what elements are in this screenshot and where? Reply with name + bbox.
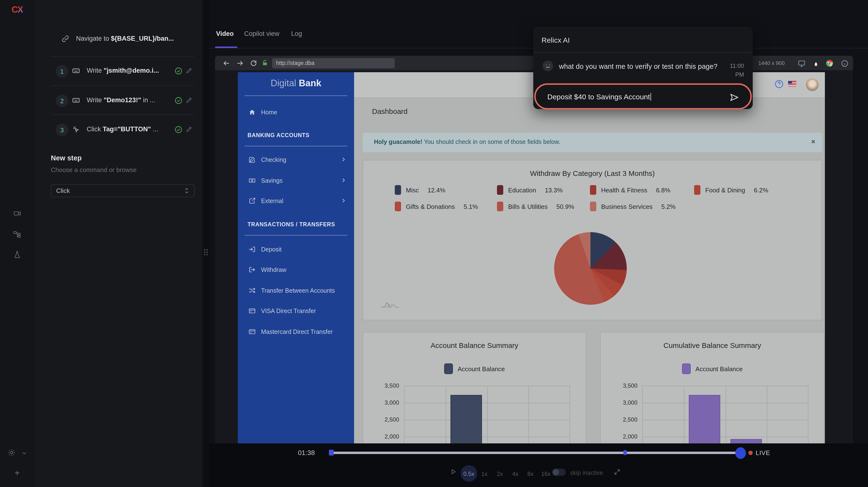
send-icon[interactable] (729, 92, 740, 103)
sidebar-item-external[interactable]: External (238, 194, 354, 208)
edit-pencil-icon[interactable] (186, 67, 193, 74)
back-icon[interactable] (223, 59, 230, 67)
step-number: 1 (56, 65, 68, 78)
left-rail: CX + (0, 0, 35, 487)
legend-swatch (590, 202, 596, 211)
divider (51, 114, 194, 115)
sign-out-icon (248, 266, 256, 273)
chrome-icon (826, 59, 833, 67)
message-timestamp: 11:00PM (730, 62, 744, 79)
sidebar-item-savings[interactable]: Savings (238, 174, 354, 188)
step-label: Write "jsmith@demo.i... (87, 67, 159, 74)
reload-icon[interactable] (250, 59, 257, 67)
bank-page-title: Dashboard (372, 107, 408, 115)
fullscreen-expand-icon[interactable] (614, 468, 620, 475)
track-marker-mid[interactable] (623, 450, 627, 455)
step-row-1[interactable]: 1 Write "jsmith@demo.i... (34, 61, 203, 82)
sidebar-item-deposit[interactable]: Deposit (238, 242, 354, 257)
alert-close-icon[interactable]: × (811, 138, 815, 145)
legend-label: Bills & Utilities (508, 203, 548, 210)
bar[interactable] (451, 395, 482, 444)
speed-2x[interactable]: 2x (492, 467, 507, 481)
forward-icon[interactable] (237, 59, 244, 67)
step-row-3[interactable]: 3 Click Tag="BUTTON" ... (34, 119, 203, 141)
player-track[interactable] (331, 452, 744, 454)
bank-user-avatar[interactable] (806, 79, 818, 91)
legend-label: Account Balance (458, 365, 505, 372)
track-marker-start[interactable] (329, 450, 334, 456)
bank-help-icon[interactable] (775, 80, 784, 89)
edit-pencil-icon[interactable] (186, 125, 193, 133)
speed-1x[interactable]: 1x (476, 467, 492, 481)
command-select[interactable]: Click (51, 184, 195, 197)
info-icon[interactable] (841, 59, 848, 67)
sidebar-item-mastercard-transfer[interactable]: Mastercard Direct Transfer (238, 325, 354, 339)
section-header-transactions: TRANSACTIONS / TRANSFERS (248, 221, 349, 227)
pie-legend-item[interactable]: Food & Dining6.2% (694, 185, 768, 195)
nav-step[interactable]: Navigate to ${BASE_URL}/ban... (34, 29, 203, 49)
legend-label: Food & Dining (705, 186, 745, 193)
legend-label: Misc (406, 186, 419, 193)
pie-chart[interactable] (554, 232, 627, 305)
speed-8x[interactable]: 8x (523, 467, 538, 481)
sidebar-item-checking[interactable]: Checking (238, 153, 354, 167)
player-time: 01:38 (298, 449, 315, 456)
pie-legend: Misc12.4%Education13.3%Health & Fitness6… (395, 185, 768, 212)
y-tick: 2,000 (365, 433, 399, 440)
skip-inactive-toggle[interactable] (552, 468, 566, 476)
speed-16x[interactable]: 16x (538, 467, 554, 481)
tab-video[interactable]: Video (216, 30, 234, 37)
cx-logo[interactable]: CX (0, 5, 34, 15)
legend-swatch (444, 363, 453, 374)
flask-icon[interactable] (0, 250, 34, 259)
pie-legend-item[interactable]: Misc12.4% (395, 185, 497, 195)
pie-legend-item[interactable]: Gifts & Donations5.1% (395, 201, 497, 212)
y-tick: 3,500 (603, 382, 638, 389)
us-flag-icon[interactable] (788, 81, 796, 87)
linux-penguin-icon (812, 59, 819, 67)
play-icon[interactable] (450, 468, 457, 475)
sidebar-item-transfer[interactable]: Transfer Between Accounts (238, 283, 354, 298)
divider (51, 56, 194, 57)
main-area: Video Copilot view Log http://stage.dba (209, 0, 868, 444)
ai-prompt-value: Deposit $40 to Savings Account (547, 93, 651, 101)
edit-pencil-icon[interactable] (186, 96, 193, 104)
pie-legend-item[interactable]: Bills & Utilities50.9% (497, 201, 590, 212)
skip-inactive-label: skip inactive (570, 469, 603, 476)
player-knob[interactable] (735, 447, 746, 459)
pie-legend-item[interactable]: Business Services5.2% (590, 201, 694, 212)
account-balance-card: Account Balance Summary Account Balance … (363, 332, 586, 444)
alert-text: Holy guacamole! You should check in on s… (374, 139, 560, 145)
panel-resize-gutter[interactable] (203, 0, 209, 487)
pie-legend-item[interactable]: Education13.3% (497, 185, 590, 195)
home-icon (248, 109, 256, 116)
sidebar-item-home[interactable]: Home (238, 105, 354, 120)
legend-swatch (395, 185, 401, 195)
add-button[interactable]: + (0, 468, 34, 478)
keyboard-icon (72, 67, 80, 74)
drag-handle[interactable] (204, 249, 208, 255)
step-number: 3 (56, 124, 68, 136)
flow-tree-icon[interactable] (0, 230, 34, 238)
pencil-square-icon (248, 156, 256, 163)
speed-0.5x[interactable]: 0.5x (461, 467, 476, 481)
link-icon (62, 35, 69, 43)
sidebar-item-visa-transfer[interactable]: VISA Direct Transfer (238, 304, 354, 318)
tab-log[interactable]: Log (291, 30, 302, 37)
video-camera-icon[interactable] (0, 209, 34, 218)
step-row-2[interactable]: 2 Write "Demo123!" in ... (34, 90, 203, 112)
legend-label: Business Services (601, 203, 652, 210)
bar-chart-title: Cumulative Balance Summary (600, 341, 824, 349)
tab-copilot-view[interactable]: Copilot view (244, 30, 279, 37)
pie-legend-item[interactable]: Health & Fitness6.8% (590, 185, 694, 195)
monitor-icon[interactable] (798, 59, 806, 67)
sidebar-item-withdraw[interactable]: Withdraw (238, 263, 354, 277)
divider (245, 95, 347, 96)
y-tick: 2,500 (603, 416, 638, 423)
speed-4x[interactable]: 4x (507, 467, 523, 481)
ai-prompt-input[interactable]: Deposit $40 to Savings Account (534, 83, 752, 110)
url-field[interactable]: http://stage.dba (272, 58, 395, 68)
viewport-resolution: 1440 x 900 (753, 56, 785, 70)
bar[interactable] (731, 439, 762, 444)
bar[interactable] (689, 395, 720, 444)
